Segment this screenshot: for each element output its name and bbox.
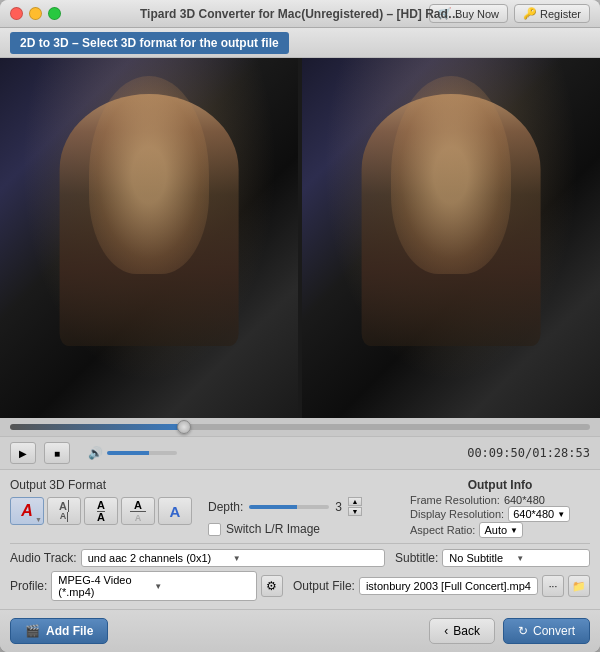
display-res-arrow: ▼ xyxy=(557,510,565,519)
subtitle-arrow: ▼ xyxy=(516,554,583,563)
output-info-title: Output Info xyxy=(410,478,590,492)
volume-track[interactable] xyxy=(107,451,177,455)
minimize-button[interactable] xyxy=(29,7,42,20)
settings-left: Output 3D Format A ▼ A A xyxy=(10,478,400,538)
video-preview-area xyxy=(0,58,600,418)
subtitle-label: Subtitle: xyxy=(395,551,438,565)
audio-track-value: und aac 2 channels (0x1) xyxy=(88,552,233,564)
format-interlaced-button[interactable]: A A xyxy=(121,497,155,525)
video-frame-right xyxy=(302,58,600,418)
seek-bar-track[interactable] xyxy=(10,424,590,430)
toolbar: 2D to 3D – Select 3D format for the outp… xyxy=(0,28,600,58)
convert-icon: ↻ xyxy=(518,624,528,638)
profile-value: MPEG-4 Video (*.mp4) xyxy=(58,574,154,598)
subtitle-dropdown[interactable]: No Subtitle ▼ xyxy=(442,549,590,567)
audio-subtitle-row: Audio Track: und aac 2 channels (0x1) ▼ … xyxy=(10,549,590,567)
audio-track-arrow: ▼ xyxy=(233,554,378,563)
gear-icon: ⚙ xyxy=(266,579,277,593)
topbottom-icon: A A xyxy=(97,500,105,523)
checkerboard-icon: A xyxy=(170,503,181,520)
settings-divider xyxy=(10,543,590,544)
convert-label: Convert xyxy=(533,624,575,638)
profile-label: Profile: xyxy=(10,579,47,593)
title-bar: Tipard 3D Converter for Mac(Unregistered… xyxy=(0,0,600,28)
display-resolution-label: Display Resolution: xyxy=(410,508,504,520)
concert-figure-right xyxy=(362,94,541,346)
buy-now-label: Buy Now xyxy=(455,8,499,20)
aspect-ratio-arrow: ▼ xyxy=(510,526,518,535)
frame-resolution-label: Frame Resolution: xyxy=(410,494,500,506)
back-icon: ‹ xyxy=(444,624,448,638)
switch-lr-checkbox[interactable] xyxy=(208,523,221,536)
frame-resolution-value: 640*480 xyxy=(504,494,545,506)
register-button[interactable]: 🔑 Register xyxy=(514,4,590,23)
convert-button[interactable]: ↻ Convert xyxy=(503,618,590,644)
register-label: Register xyxy=(540,8,581,20)
switch-row: Switch L/R Image xyxy=(208,522,362,536)
format-sidebyside-button[interactable]: A A xyxy=(47,497,81,525)
close-button[interactable] xyxy=(10,7,23,20)
depth-area: Depth: 3 ▲ ▼ Switch L/R Image xyxy=(208,497,362,536)
display-resolution-value: 640*480 xyxy=(513,508,554,520)
aspect-ratio-dropdown[interactable]: Auto ▼ xyxy=(479,522,523,538)
audio-track-label: Audio Track: xyxy=(10,551,77,565)
toolbar-label: 2D to 3D – Select 3D format for the outp… xyxy=(10,32,289,54)
depth-stepper: ▲ ▼ xyxy=(348,497,362,516)
maximize-button[interactable] xyxy=(48,7,61,20)
depth-down-button[interactable]: ▼ xyxy=(348,507,362,516)
back-button[interactable]: ‹ Back xyxy=(429,618,495,644)
display-resolution-dropdown[interactable]: 640*480 ▼ xyxy=(508,506,570,522)
time-display: 00:09:50/01:28:53 xyxy=(467,446,590,460)
seek-bar-area[interactable] xyxy=(0,418,600,436)
dots-icon: ··· xyxy=(549,581,557,592)
subtitle-section: Subtitle: No Subtitle ▼ xyxy=(395,549,590,567)
depth-track[interactable] xyxy=(249,505,329,509)
settings-panel: Output 3D Format A ▼ A A xyxy=(0,469,600,609)
switch-lr-label: Switch L/R Image xyxy=(226,522,320,536)
seek-thumb[interactable] xyxy=(177,420,191,434)
output-file-label: Output File: xyxy=(293,579,355,593)
profile-output-row: Profile: MPEG-4 Video (*.mp4) ▼ ⚙ Output… xyxy=(10,571,590,601)
output-dots-button[interactable]: ··· xyxy=(542,575,564,597)
profile-dropdown[interactable]: MPEG-4 Video (*.mp4) ▼ xyxy=(51,571,257,601)
format-section-label: Output 3D Format xyxy=(10,478,400,492)
format-buttons: A ▼ A A A xyxy=(10,497,192,525)
display-resolution-row: Display Resolution: 640*480 ▼ xyxy=(410,506,590,522)
main-window: Tipard 3D Converter for Mac(Unregistered… xyxy=(0,0,600,652)
nav-buttons: ‹ Back ↻ Convert xyxy=(429,618,590,644)
add-file-button[interactable]: 🎬 Add File xyxy=(10,618,108,644)
depth-up-button[interactable]: ▲ xyxy=(348,497,362,506)
format-checkerboard-button[interactable]: A xyxy=(158,497,192,525)
volume-area: 🔊 xyxy=(88,446,177,460)
audio-track-section: Audio Track: und aac 2 channels (0x1) ▼ xyxy=(10,549,385,567)
profile-section: Profile: MPEG-4 Video (*.mp4) ▼ ⚙ xyxy=(10,571,283,601)
concert-figure-left xyxy=(60,94,239,346)
play-button[interactable]: ▶ xyxy=(10,442,36,464)
audio-track-dropdown[interactable]: und aac 2 channels (0x1) ▼ xyxy=(81,549,385,567)
output-folder-button[interactable]: 📁 xyxy=(568,575,590,597)
aspect-ratio-row: Aspect Ratio: Auto ▼ xyxy=(410,522,590,538)
format-anaglyph-button[interactable]: A ▼ xyxy=(10,497,44,525)
output-file-field[interactable]: istonbury 2003 [Full Concert].mp4 xyxy=(359,577,538,595)
settings-top-row: Output 3D Format A ▼ A A xyxy=(10,478,590,538)
subtitle-value: No Subtitle xyxy=(449,552,516,564)
depth-row: Depth: 3 ▲ ▼ xyxy=(208,497,362,516)
add-file-icon: 🎬 xyxy=(25,624,40,638)
frame-resolution-row: Frame Resolution: 640*480 xyxy=(410,494,590,506)
stop-icon: ■ xyxy=(54,448,60,459)
dropdown-arrow-1: ▼ xyxy=(35,516,42,523)
profile-arrow: ▼ xyxy=(154,582,250,591)
action-bar: 🎬 Add File ‹ Back ↻ Convert xyxy=(0,609,600,652)
depth-label: Depth: xyxy=(208,500,243,514)
format-topbottom-button[interactable]: A A xyxy=(84,497,118,525)
aspect-ratio-value: Auto xyxy=(484,524,507,536)
stop-button[interactable]: ■ xyxy=(44,442,70,464)
play-icon: ▶ xyxy=(19,448,27,459)
traffic-lights xyxy=(10,7,61,20)
output-file-value: istonbury 2003 [Full Concert].mp4 xyxy=(366,580,531,592)
interlaced-icon: A A xyxy=(130,499,146,523)
controls-area: ▶ ■ 🔊 00:09:50/01:28:53 xyxy=(0,436,600,469)
video-frames xyxy=(0,58,600,418)
profile-settings-button[interactable]: ⚙ xyxy=(261,575,283,597)
output-info-panel: Output Info Frame Resolution: 640*480 Di… xyxy=(400,478,590,538)
